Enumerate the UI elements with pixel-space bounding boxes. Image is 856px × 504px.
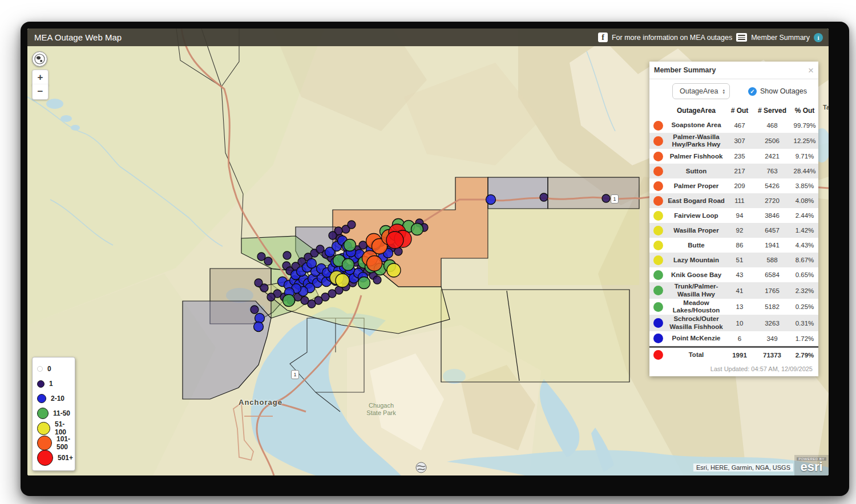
outage-dot[interactable] xyxy=(602,194,610,202)
table-row[interactable]: Palmer-Wasilla Hwy/Parks Hwy307250612.25… xyxy=(649,133,818,149)
served-count: 71373 xyxy=(753,352,791,359)
out-count: 1991 xyxy=(726,352,753,359)
edge-label-ta: Ta xyxy=(823,104,829,111)
area-name: Meadow Lakes/Houston xyxy=(667,299,726,314)
outage-dot[interactable] xyxy=(260,284,268,292)
table-row[interactable]: Trunk/Palmer-Wasilla Hwy4117652.32% xyxy=(649,282,818,298)
out-count: 6 xyxy=(726,335,753,342)
last-updated: Last Updated: 04:57 AM, 12/09/2025 xyxy=(649,363,818,376)
facebook-link[interactable]: For more information on MEA outages xyxy=(612,34,732,42)
out-count: 94 xyxy=(726,212,753,219)
region-southeast[interactable] xyxy=(441,290,629,382)
table-row[interactable]: Wasilla Proper9264571.42% xyxy=(649,223,818,238)
table-row[interactable]: Meadow Lakes/Houston1351820.25% xyxy=(649,299,818,315)
outage-dot[interactable] xyxy=(386,231,403,249)
outage-dot[interactable] xyxy=(336,274,349,287)
out-count: 86 xyxy=(726,242,753,249)
col-out[interactable]: # Out xyxy=(726,107,753,115)
legend-dot-icon xyxy=(37,366,43,372)
outage-dot[interactable] xyxy=(359,241,367,249)
outage-dot[interactable] xyxy=(540,193,548,201)
member-summary-toggle[interactable]: Member Summary xyxy=(751,34,810,42)
table-row[interactable]: Lazy Mountain515888.67% xyxy=(649,253,818,267)
esri-logo: POWERED BY esri xyxy=(794,455,829,475)
col-pct[interactable]: % Out xyxy=(791,107,818,115)
outage-dot[interactable] xyxy=(283,251,291,259)
area-name: Knik Goose Bay xyxy=(667,271,726,279)
outage-dot[interactable] xyxy=(342,259,354,271)
outage-dot[interactable] xyxy=(486,195,496,205)
area-name: Sutton xyxy=(667,168,726,175)
pct-out: 12.25% xyxy=(791,137,818,144)
legend-item: 101-500 xyxy=(33,436,75,450)
col-outagearea[interactable]: OutageArea xyxy=(667,107,726,115)
outage-dot[interactable] xyxy=(411,223,423,235)
outage-dot[interactable] xyxy=(348,221,356,229)
info-icon[interactable]: i xyxy=(814,33,823,42)
pct-out: 0.25% xyxy=(791,303,818,310)
area-name: Schrock/Outer Wasilla Fishhook xyxy=(667,315,726,330)
outage-dot[interactable] xyxy=(344,239,356,251)
served-count: 1765 xyxy=(753,287,791,294)
legend-label: 0 xyxy=(47,365,51,373)
table-row[interactable]: Palmer Proper20954263.85% xyxy=(649,178,818,193)
outage-dot[interactable] xyxy=(251,306,259,314)
out-count: 13 xyxy=(726,303,753,310)
region-east-yellow[interactable] xyxy=(488,209,639,285)
table-row[interactable]: Knik Goose Bay4365840.65% xyxy=(649,267,818,282)
outage-dot[interactable] xyxy=(255,314,265,323)
outage-dot[interactable] xyxy=(267,293,275,301)
legend-label: 51-100 xyxy=(55,420,75,436)
area-name: Palmer Fishhook xyxy=(667,153,726,160)
area-name: Butte xyxy=(667,242,726,249)
outage-dot[interactable] xyxy=(358,277,370,289)
table-row[interactable]: Fairview Loop9438462.44% xyxy=(649,208,818,223)
outage-dot[interactable] xyxy=(257,253,265,261)
outage-dot[interactable] xyxy=(307,259,317,269)
legend-label: 11-50 xyxy=(53,409,70,417)
outage-dot[interactable] xyxy=(329,231,337,239)
pct-out: 9.71% xyxy=(791,153,818,160)
table-row[interactable]: Schrock/Outer Wasilla Fishhook1032630.31… xyxy=(649,315,818,331)
member-summary-icon[interactable] xyxy=(736,33,747,42)
area-name: Fairview Loop xyxy=(667,212,726,220)
area-name: Trunk/Palmer-Wasilla Hwy xyxy=(667,283,726,298)
pct-out: 4.43% xyxy=(791,242,818,249)
outage-dot[interactable] xyxy=(264,257,272,265)
region-corridor-west[interactable] xyxy=(488,177,548,209)
outage-dot[interactable] xyxy=(367,256,382,271)
table-row[interactable]: Butte8619414.43% xyxy=(649,238,818,253)
facebook-icon[interactable]: f xyxy=(598,32,608,42)
served-count: 2421 xyxy=(753,153,791,160)
field-select-dropdown[interactable]: OutageArea ▴▾ xyxy=(672,83,730,99)
table-row[interactable]: East Bogard Road11127204.08% xyxy=(649,193,818,208)
app-title: MEA Outage Web Map xyxy=(27,32,122,42)
pct-out: 99.79% xyxy=(791,122,818,129)
served-count: 3846 xyxy=(753,212,791,219)
zoom-out-button[interactable]: − xyxy=(32,84,49,100)
legend-item: 501+ xyxy=(33,450,75,465)
region-corridor-east[interactable] xyxy=(548,177,639,209)
legend-item: 11-50 xyxy=(33,406,75,421)
table-row-total[interactable]: Total1991713732.79% xyxy=(649,347,818,363)
outage-dot[interactable] xyxy=(373,276,381,284)
close-icon[interactable]: × xyxy=(808,66,814,75)
table-row[interactable]: Soapstone Area46746899.79% xyxy=(649,118,818,133)
home-extent-button[interactable] xyxy=(32,51,47,67)
outage-dot[interactable] xyxy=(254,322,264,332)
served-count: 5426 xyxy=(753,182,791,189)
highway-shield-1-east: 1 xyxy=(611,194,619,204)
row-status-dot-icon xyxy=(653,152,663,161)
col-served[interactable]: # Served xyxy=(753,107,791,115)
zoom-in-button[interactable]: + xyxy=(32,70,49,86)
table-row[interactable]: Point McKenzie63491.72% xyxy=(649,331,818,347)
outage-dot[interactable] xyxy=(387,263,401,277)
out-count: 92 xyxy=(726,227,753,234)
app-header: MEA Outage Web Map f For more informatio… xyxy=(27,29,829,46)
served-count: 763 xyxy=(753,168,791,174)
legend-label: 2-10 xyxy=(51,395,64,403)
show-outages-checkbox[interactable]: ✓ xyxy=(748,87,757,96)
table-row[interactable]: Sutton21776328.44% xyxy=(649,164,818,178)
outage-dot[interactable] xyxy=(283,295,295,307)
table-row[interactable]: Palmer Fishhook23524219.71% xyxy=(649,149,818,164)
